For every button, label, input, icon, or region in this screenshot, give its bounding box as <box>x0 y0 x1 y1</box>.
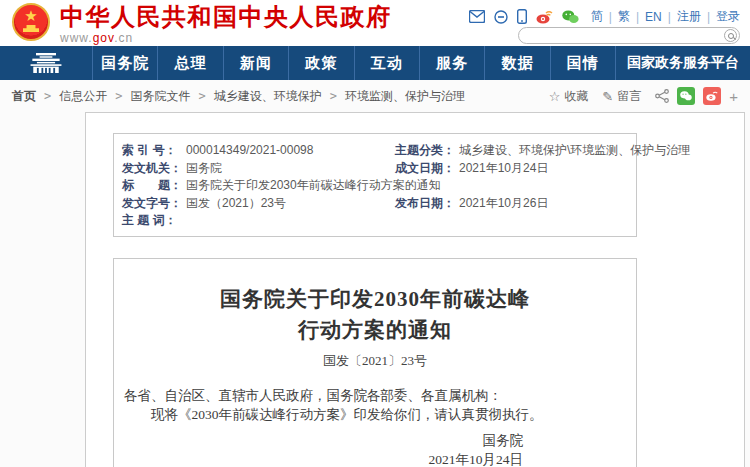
breadcrumb-info-disclosure[interactable]: 信息公开 <box>59 88 107 105</box>
meta-written-date-value: 2021年10月24日 <box>459 160 690 178</box>
meta-topic-value: 城乡建设、环境保护\环境监测、保护与治理 <box>459 142 690 160</box>
meta-index-label: 索 引 号： <box>122 142 186 160</box>
favorite-button[interactable]: ☆ 收藏 <box>549 88 589 105</box>
search-icon[interactable] <box>724 29 737 42</box>
nav-home-tiananmen-icon[interactable] <box>0 46 92 80</box>
document-number: 国发〔2021〕23号 <box>124 352 626 370</box>
share-weibo-icon[interactable] <box>703 87 721 105</box>
lang-english-link[interactable]: EN <box>645 10 662 24</box>
meta-published-date-value: 2021年10月26日 <box>459 195 690 213</box>
document-title: 国务院关于印发2030年前碳达峰 行动方案的通知 <box>124 284 626 347</box>
meta-published-date-label: 发布日期： <box>395 195 459 213</box>
pencil-icon: ✎ <box>602 89 613 104</box>
search-input[interactable] <box>519 29 724 42</box>
lang-simplified-link[interactable]: 简 <box>591 8 603 25</box>
main-nav: 国务院 总理 新闻 政策 互动 服务 数据 国情 国家政务服务平台 <box>0 46 750 80</box>
nav-item-policy[interactable]: 政策 <box>288 46 353 80</box>
meta-written-date-label: 成文日期： <box>395 160 459 178</box>
language-links: 简 | 繁 | EN | 注册 | 登录 <box>591 8 740 25</box>
signature-organ: 国务院 <box>124 431 523 450</box>
meta-docno-value: 国发（2021）23号 <box>186 195 395 213</box>
document-meta-table: 索 引 号： 000014349/2021-00098 主题分类： 城乡建设、环… <box>113 133 637 237</box>
document-body-box: 国务院关于印发2030年前碳达峰 行动方案的通知 国发〔2021〕23号 各省、… <box>113 258 637 467</box>
weibo-icon[interactable] <box>536 10 553 24</box>
meta-organ-label: 发文机关： <box>122 160 186 178</box>
breadcrumb-row: 首页 > 信息公开 > 国务院文件 > 城乡建设、环境保护 > 环境监测、保护与… <box>0 80 750 112</box>
site-brand[interactable]: ★ 中华人民共和国中央人民政府 www.gov.cn <box>12 3 392 45</box>
register-link[interactable]: 注册 <box>677 8 701 25</box>
share-wechat-icon[interactable] <box>677 87 695 105</box>
comment-icon[interactable] <box>494 10 508 24</box>
site-url: www.gov.cn <box>60 31 392 45</box>
document-container: 索 引 号： 000014349/2021-00098 主题分类： 城乡建设、环… <box>85 112 745 467</box>
signature-date: 2021年10月24日 <box>124 450 523 467</box>
login-link[interactable]: 登录 <box>716 8 740 25</box>
mobile-icon[interactable] <box>517 9 527 24</box>
wechat-icon[interactable] <box>562 10 579 24</box>
salutation-paragraph: 各省、自治区、直辖市人民政府，国务院各部委、各直属机构： <box>124 386 626 405</box>
nav-item-data[interactable]: 数据 <box>484 46 549 80</box>
site-title: 中华人民共和国中央人民政府 <box>60 3 392 31</box>
meta-organ-value: 国务院 <box>186 160 395 178</box>
gov-cn-page: ★ 中华人民共和国中央人民政府 www.gov.cn <box>0 0 750 467</box>
nav-item-state-council[interactable]: 国务院 <box>92 46 157 80</box>
document-text: 各省、自治区、直辖市人民政府，国务院各部委、各直属机构： 现将《2030年前碳达… <box>124 386 626 467</box>
header-utility-bar: 简 | 繁 | EN | 注册 | 登录 <box>460 8 740 25</box>
nav-item-premier[interactable]: 总理 <box>157 46 222 80</box>
breadcrumb-home[interactable]: 首页 <box>12 88 36 105</box>
national-emblem-logo: ★ <box>12 3 50 41</box>
body-paragraph: 现将《2030年前碳达峰行动方案》印发给你们，请认真贯彻执行。 <box>124 405 626 424</box>
nav-item-gov-service-platform[interactable]: 国家政务服务平台 <box>615 46 750 80</box>
star-icon: ☆ <box>549 89 561 104</box>
site-search <box>518 27 740 44</box>
breadcrumb-state-council-documents[interactable]: 国务院文件 <box>130 88 190 105</box>
leave-message-button[interactable]: ✎ 留言 <box>602 88 641 105</box>
meta-title-label: 标 题： <box>122 177 186 195</box>
signature-block: 国务院 2021年10月24日 <box>124 431 626 467</box>
mail-icon[interactable] <box>469 10 485 23</box>
nav-item-interaction[interactable]: 互动 <box>354 46 419 80</box>
meta-index-value: 000014349/2021-00098 <box>186 142 395 160</box>
more-share-button[interactable]: + <box>729 88 738 105</box>
page-actions: ☆ 收藏 ✎ 留言 + <box>535 87 738 105</box>
nav-item-news[interactable]: 新闻 <box>223 46 288 80</box>
meta-keywords-value <box>186 212 690 230</box>
breadcrumb-environment-monitoring[interactable]: 环境监测、保护与治理 <box>345 88 465 105</box>
breadcrumb-urban-environment[interactable]: 城乡建设、环境保护 <box>214 88 322 105</box>
meta-keywords-label: 主 题 词： <box>122 212 186 230</box>
meta-title-value: 国务院关于印发2030年前碳达峰行动方案的通知 <box>186 177 690 195</box>
share-icon[interactable] <box>655 89 669 103</box>
site-header: ★ 中华人民共和国中央人民政府 www.gov.cn <box>0 0 750 46</box>
nav-item-services[interactable]: 服务 <box>419 46 484 80</box>
meta-topic-label: 主题分类： <box>395 142 459 160</box>
nav-item-national-conditions[interactable]: 国情 <box>550 46 615 80</box>
meta-docno-label: 发文字号： <box>122 195 186 213</box>
lang-traditional-link[interactable]: 繁 <box>618 8 630 25</box>
